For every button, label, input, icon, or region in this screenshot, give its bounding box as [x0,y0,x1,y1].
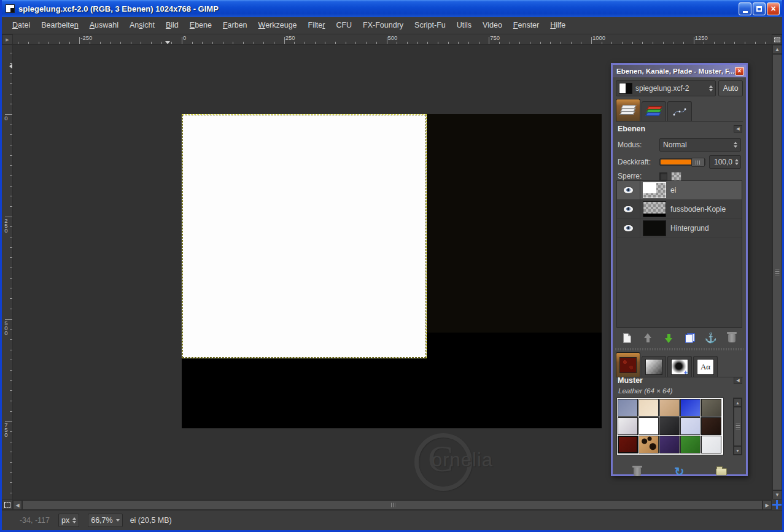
layer-row-fussboden-Kopie[interactable]: fussboden-Kopie [617,200,742,219]
anchor-layer-button[interactable]: ⚓ [704,331,718,345]
tab-brushes[interactable] [667,356,692,377]
visibility-toggle[interactable] [617,181,640,199]
menu-item-werkzeuge[interactable]: Werkzeuge [253,17,303,34]
menu-item-auswahl[interactable]: Auswahl [84,17,124,34]
auto-button[interactable]: Auto [718,80,743,96]
menu-item-datei[interactable]: Datei [7,17,36,34]
vertical-ruler[interactable]: 0250500750 [2,45,13,499]
opacity-spinbox[interactable]: 100,0 [709,155,741,169]
lock-checkbox[interactable] [659,172,667,180]
menu-item-ansicht[interactable]: Ansicht [124,17,160,34]
image-canvas[interactable] [182,114,602,428]
horizontal-ruler[interactable]: -250025050075010001250 [13,34,772,45]
menu-item-fenster[interactable]: Fenster [508,17,545,34]
pattern-swatch-lavender[interactable] [680,417,701,435]
pattern-swatch-coffee[interactable] [701,417,721,435]
open-pattern-button[interactable] [714,465,729,479]
visibility-toggle[interactable] [617,200,640,218]
refresh-patterns-button[interactable]: ↻ [672,465,686,479]
menu-item-video[interactable]: Video [477,17,508,34]
pattern-swatch-marble[interactable] [618,417,638,435]
scroll-down-arrow-icon[interactable]: ▼ [734,446,742,455]
tab-layers[interactable] [616,99,640,121]
layer-list[interactable]: eifussboden-KopieHintergrund [616,180,742,328]
tab-gradients[interactable] [642,356,666,377]
vertical-scroll-thumb[interactable] [772,54,782,490]
layer-row-ei[interactable]: ei [617,181,742,200]
menu-item-hilfe[interactable]: Hilfe [545,17,571,34]
quick-mask-button[interactable] [2,499,13,510]
pattern-swatch-weave[interactable] [701,399,721,417]
tab-channels[interactable] [642,101,666,121]
panel-menu-button[interactable]: ◀ [734,125,742,133]
menu-item-farben[interactable]: Farben [217,17,253,34]
horizontal-scrollbar[interactable]: ◀ ▶ [13,499,772,510]
panel-menu-button[interactable]: ◀ [734,377,742,384]
pattern-swatch-denim[interactable] [618,399,638,417]
ruler-tick [141,42,141,44]
pattern-swatch-leather[interactable] [618,436,638,453]
dialog-title-bar[interactable]: Ebenen, Kanäle, Pfade - Muster, F... × [613,65,746,77]
horizontal-scroll-thumb[interactable] [22,500,763,510]
close-button[interactable]: × [767,2,780,15]
layer-row-Hintergrund[interactable]: Hintergrund [617,219,742,238]
tab-fonts[interactable]: Aα [693,356,718,377]
maximize-button[interactable] [753,2,766,15]
pattern-scroll-thumb[interactable] [734,407,742,446]
ruler-tick [10,257,12,258]
menu-bar: DateiBearbeitenAuswahlAnsichtBildEbeneFa… [2,17,782,34]
pattern-swatch-fibers[interactable] [638,417,659,435]
ruler-tick [10,288,12,288]
scroll-right-arrow-icon[interactable]: ▶ [763,500,772,510]
menu-item-bild[interactable]: Bild [160,17,184,34]
new-layer-button[interactable] [619,331,634,345]
pattern-swatch-leaves[interactable] [680,436,701,453]
scroll-up-arrow-icon[interactable]: ▲ [772,45,782,54]
tab-patterns[interactable] [616,352,640,377]
tab-paths[interactable] [667,101,692,121]
opacity-slider-knob[interactable] [691,158,705,167]
scroll-down-arrow-icon[interactable]: ▼ [772,490,782,499]
ruler-corner-button[interactable]: ▶ [2,34,13,45]
lower-layer-button[interactable] [661,331,676,345]
ruler-tick [69,42,70,44]
pattern-scrollbar[interactable]: ▲ ▼ [733,398,742,455]
menu-item-fx-foundry[interactable]: FX-Foundry [357,17,409,34]
pattern-swatch-skin[interactable] [638,399,659,417]
ruler-tick [561,42,561,44]
menu-item-filter[interactable]: Filter [303,17,331,34]
pattern-swatch-water[interactable] [680,399,701,417]
delete-layer-button[interactable] [724,331,739,345]
ruler-tick [315,42,316,44]
raise-layer-button[interactable] [640,331,655,345]
unit-select[interactable]: px [58,514,79,527]
menu-item-cfu[interactable]: CFU [330,17,357,34]
pattern-swatch-purple[interactable] [659,436,680,453]
menu-item-script-fu[interactable]: Script-Fu [409,17,451,34]
mode-select[interactable]: Normal [659,138,741,152]
pattern-grid[interactable] [616,398,724,455]
pattern-swatch-snow[interactable] [701,436,721,453]
zoom-select[interactable]: 66,7% [88,514,122,527]
pattern-swatch-darkfur[interactable] [659,417,680,435]
zoom-region-button[interactable] [772,34,782,45]
menu-item-utils[interactable]: Utils [451,17,477,34]
vertical-scrollbar[interactable]: ▲ ▼ [772,45,782,499]
menu-item-ebene[interactable]: Ebene [184,17,217,34]
visibility-toggle[interactable] [617,219,640,237]
menu-item-bearbeiten[interactable]: Bearbeiten [36,17,83,34]
pattern-swatch-bark[interactable] [659,399,680,417]
navigation-button[interactable] [772,499,782,510]
ruler-tick [745,42,745,44]
minimize-icon [743,11,748,13]
dialog-close-button[interactable]: × [735,67,744,75]
scroll-up-arrow-icon[interactable]: ▲ [734,398,742,407]
duplicate-layer-button[interactable] [683,331,697,345]
scroll-left-arrow-icon[interactable]: ◀ [13,500,22,510]
pattern-swatch-leopard[interactable] [638,436,659,453]
image-selector[interactable]: spiegelung.xcf-2 [616,80,716,96]
minimize-button[interactable] [739,2,751,15]
title-bar[interactable]: spiegelung.xcf-2.0 (RGB, 3 Ebenen) 1024x… [2,0,782,17]
delete-pattern-button[interactable] [630,465,645,479]
opacity-slider[interactable] [659,158,705,166]
